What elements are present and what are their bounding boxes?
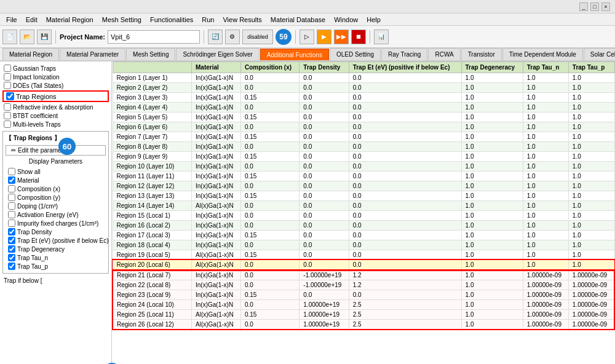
- trap-density-input[interactable]: [8, 228, 15, 235]
- doping-input[interactable]: [8, 202, 15, 210]
- table-row[interactable]: Region 6 (Layer 6)In(x)Ga(1-x)N0.00.00.0…: [113, 122, 614, 132]
- table-row[interactable]: Region 10 (Layer 10)In(x)Ga(1-x)N0.00.00…: [113, 162, 614, 172]
- material-checkbox[interactable]: Material: [6, 176, 106, 184]
- comp-y-checkbox[interactable]: Composition (y): [6, 193, 106, 202]
- table-row[interactable]: Region 15 (Local 1)In(x)Ga(1-x)N0.00.00.…: [113, 211, 614, 221]
- trap-tau-p-input[interactable]: [8, 263, 15, 270]
- activation-input[interactable]: [8, 211, 15, 218]
- tab-material-parameter[interactable]: Material Parameter: [60, 48, 125, 60]
- trap-regions-input[interactable]: [6, 92, 14, 100]
- table-row[interactable]: Region 18 (Local 4)In(x)Ga(1-x)N0.00.00.…: [113, 240, 614, 250]
- table-row[interactable]: Region 16 (Local 2)In(x)Ga(1-x)N0.00.00.…: [113, 221, 614, 231]
- table-row[interactable]: Region 19 (Local 5)Al(x)Ga(1-x)N0.150.00…: [113, 250, 614, 260]
- window-controls[interactable]: _ □ ×: [579, 2, 610, 11]
- table-row[interactable]: Region 8 (Layer 8)In(x)Ga(1-x)N0.00.00.0…: [113, 142, 614, 152]
- doping-checkbox[interactable]: Doping (1/cm³): [6, 202, 106, 210]
- trap-tau-n-input[interactable]: [8, 254, 15, 261]
- close-button[interactable]: ×: [601, 2, 610, 11]
- table-row[interactable]: Region 1 (Layer 1)In(x)Ga(1-x)N0.00.00.0…: [113, 73, 614, 83]
- minimize-button[interactable]: _: [579, 2, 588, 11]
- impurity-checkbox[interactable]: Impurity fixed charges (1/cm³): [6, 219, 106, 228]
- trap-density-checkbox[interactable]: Trap Density: [6, 228, 106, 236]
- table-row[interactable]: Region 13 (Layer 13)In(x)Ga(1-x)N0.150.0…: [113, 191, 614, 201]
- run-button-4[interactable]: ⏹: [351, 30, 366, 44]
- trap-deg-input[interactable]: [8, 245, 15, 253]
- menu-help[interactable]: Help: [363, 15, 384, 25]
- impurity-input[interactable]: [8, 220, 15, 227]
- new-file-button[interactable]: 📄: [2, 30, 17, 44]
- table-row[interactable]: Region 4 (Layer 4)In(x)Ga(1-x)N0.00.00.0…: [113, 103, 614, 113]
- menu-mesh-setting[interactable]: Mesh Setting: [98, 15, 145, 25]
- tab-schrodinger[interactable]: Schrödinger Eigen Solver: [176, 48, 259, 60]
- table-row[interactable]: Region 21 (Local 7)In(x)Ga(1-x)N0.0-1.00…: [113, 270, 614, 280]
- btbt-checkbox[interactable]: BTBT coefficient: [1, 111, 110, 120]
- menu-window[interactable]: Window: [330, 15, 362, 25]
- comp-y-input[interactable]: [8, 194, 15, 201]
- activation-energy-checkbox[interactable]: Activation Energy (eV): [6, 210, 106, 219]
- comp-x-checkbox[interactable]: Composition (x): [6, 184, 106, 193]
- tab-time-dependent[interactable]: Time Dependent Module: [502, 48, 583, 60]
- comp-x-input[interactable]: [8, 185, 15, 192]
- tab-material-region[interactable]: Material Region: [2, 48, 59, 60]
- table-row[interactable]: Region 11 (Layer 11)In(x)Ga(1-x)N0.150.0…: [113, 172, 614, 181]
- edit-params-button[interactable]: ✏ Edit the parameters: [6, 145, 106, 156]
- run-button-1[interactable]: ▷: [300, 30, 314, 44]
- does-tail-states-checkbox[interactable]: DOEs (Tail States): [1, 81, 110, 90]
- tab-transistor[interactable]: Transistor: [461, 48, 502, 60]
- tab-solar-cell[interactable]: Solar Cell: [584, 48, 615, 60]
- table-row[interactable]: Region 5 (Layer 5)In(x)Ga(1-x)N0.150.00.…: [113, 113, 614, 122]
- table-row[interactable]: Region 22 (Local 8)In(x)Ga(1-x)N0.0-1.00…: [113, 280, 614, 290]
- menu-material-database[interactable]: Material Database: [267, 15, 329, 25]
- refractive-index-checkbox[interactable]: Refractive index & absorption: [1, 103, 110, 111]
- save-file-button[interactable]: 💾: [37, 30, 52, 44]
- menu-edit[interactable]: Edit: [22, 15, 41, 25]
- table-row[interactable]: Region 12 (Layer 12)In(x)Ga(1-x)N0.00.00…: [113, 181, 614, 191]
- does-input[interactable]: [4, 82, 11, 89]
- table-row[interactable]: Region 3 (Layer 3)In(x)Ga(1-x)N0.150.00.…: [113, 93, 614, 103]
- gaussian-traps-input[interactable]: [4, 65, 11, 72]
- maximize-button[interactable]: □: [590, 2, 599, 11]
- tab-rcwa[interactable]: RCWA: [428, 48, 460, 60]
- btbt-input[interactable]: [4, 112, 11, 119]
- material-input[interactable]: [8, 176, 15, 184]
- table-row[interactable]: Region 9 (Layer 9)In(x)Ga(1-x)N0.150.00.…: [113, 152, 614, 162]
- disabled-button[interactable]: disabled: [242, 30, 273, 44]
- refresh-button[interactable]: 🔄: [208, 30, 223, 44]
- impact-ionization-checkbox[interactable]: Impact Ionization: [1, 73, 110, 81]
- refractive-input[interactable]: [4, 103, 11, 111]
- table-row[interactable]: Region 17 (Local 3)In(x)Ga(1-x)N0.150.00…: [113, 231, 614, 240]
- run-button-2[interactable]: ▶: [317, 30, 331, 44]
- multi-levels-input[interactable]: [4, 121, 11, 128]
- table-container[interactable]: Material Composition (x) Trap Density Tr…: [112, 61, 615, 364]
- tab-oled[interactable]: OLED Setting: [330, 48, 381, 60]
- open-file-button[interactable]: 📂: [20, 30, 34, 44]
- chart-button[interactable]: 📊: [374, 30, 389, 44]
- tab-ray-tracing[interactable]: Ray Tracing: [381, 48, 427, 60]
- project-name-input[interactable]: [108, 30, 200, 44]
- trap-tau-p-checkbox[interactable]: Trap Tau_p: [6, 262, 106, 271]
- menu-view-results[interactable]: View Results: [219, 15, 265, 25]
- tab-mesh-setting[interactable]: Mesh Setting: [126, 48, 175, 60]
- table-row[interactable]: Region 14 (Layer 14)Al(x)Ga(1-x)N0.00.00…: [113, 201, 614, 211]
- table-row[interactable]: Region 2 (Layer 2)In(x)Ga(1-x)N0.00.00.0…: [113, 83, 614, 93]
- menu-material-region[interactable]: Material Region: [42, 15, 97, 25]
- menu-file[interactable]: File: [2, 15, 21, 25]
- trap-et-input[interactable]: [8, 237, 15, 244]
- table-row[interactable]: Region 23 (Local 9)In(x)Ga(1-x)N0.150.00…: [113, 290, 614, 300]
- tab-additional-functions[interactable]: Additional Functions: [260, 49, 329, 61]
- trap-degeneracy-checkbox[interactable]: Trap Degeneracy: [6, 245, 106, 253]
- multi-levels-checkbox[interactable]: Multi-levels Traps: [1, 120, 110, 129]
- impact-ionization-input[interactable]: [4, 73, 11, 81]
- settings-button[interactable]: ⚙: [225, 30, 240, 44]
- table-row[interactable]: Region 20 (Local 6)Al(x)Ga(1-x)N0.00.00.…: [113, 260, 614, 271]
- table-row[interactable]: Region 24 (Local 10)In(x)Ga(1-x)N0.01.00…: [113, 300, 614, 310]
- run-button-3[interactable]: ▶▶: [334, 30, 349, 44]
- trap-tau-n-checkbox[interactable]: Trap Tau_n: [6, 253, 106, 262]
- menu-functionalities[interactable]: Functionalities: [146, 15, 197, 25]
- menu-run[interactable]: Run: [198, 15, 218, 25]
- show-all-input[interactable]: [8, 168, 15, 175]
- trap-et-checkbox[interactable]: Trap Et (eV) (positive if below Ec): [6, 236, 106, 245]
- show-all-checkbox[interactable]: Show all: [6, 167, 106, 176]
- table-row[interactable]: Region 25 (Local 11)Al(x)Ga(1-x)N0.151.0…: [113, 310, 614, 320]
- table-row[interactable]: Region 7 (Layer 7)In(x)Ga(1-x)N0.150.00.…: [113, 132, 614, 142]
